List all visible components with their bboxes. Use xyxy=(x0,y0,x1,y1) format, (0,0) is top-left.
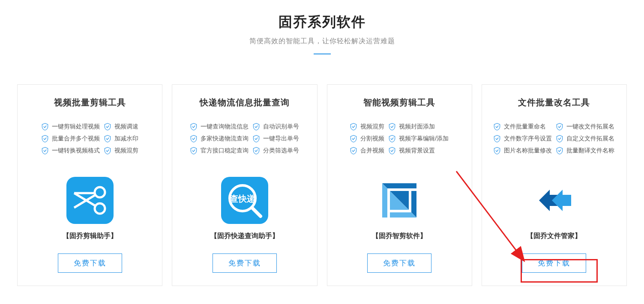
feature-item: 文件数字序号设置 xyxy=(494,135,552,143)
download-button[interactable]: 免费下载 xyxy=(367,253,431,273)
feature-label: 多家快递物流查询 xyxy=(201,135,249,143)
feature-label: 加减水印 xyxy=(114,135,138,143)
feature-item: 一键查询物流信息 xyxy=(190,123,249,131)
double-arrow-icon xyxy=(530,177,578,224)
feature-item: 官方接口稳定查询 xyxy=(190,147,249,155)
feature-label: 一键剪辑处理视频 xyxy=(52,123,100,131)
feature-item: 加减水印 xyxy=(104,135,138,143)
card-title: 视频批量剪辑工具 xyxy=(25,97,154,108)
shield-check-icon xyxy=(350,147,357,155)
product-name: 【固乔剪辑助手】 xyxy=(25,232,154,241)
shield-check-icon xyxy=(389,123,395,131)
shield-check-icon xyxy=(190,123,197,131)
shield-check-icon xyxy=(190,135,197,143)
feature-item: 视频混剪 xyxy=(104,147,138,155)
shield-check-icon xyxy=(494,123,500,131)
feature-label: 一键导出单号 xyxy=(263,135,299,143)
header-divider xyxy=(314,54,331,54)
feature-label: 文件数字序号设置 xyxy=(504,135,552,143)
feature-label: 批量翻译文件名称 xyxy=(566,147,614,155)
express-search-icon: 查快递 xyxy=(221,177,268,224)
feature-label: 一键查询物流信息 xyxy=(201,123,249,131)
feature-item: 文件批量重命名 xyxy=(494,123,552,131)
feature-label: 分割视频 xyxy=(360,135,384,143)
feature-item: 分割视频 xyxy=(350,135,384,143)
feature-item: 一键转换视频格式 xyxy=(42,147,100,155)
download-button[interactable]: 免费下载 xyxy=(213,253,277,273)
feature-label: 合并视频 xyxy=(360,147,384,155)
shield-check-icon xyxy=(556,147,563,155)
feature-label: 一键改文件拓展名 xyxy=(566,123,614,131)
feature-label: 视频混剪 xyxy=(114,147,138,155)
feature-label: 图片名称批量修改 xyxy=(504,147,552,155)
download-button[interactable]: 免费下载 xyxy=(58,253,122,273)
product-name: 【固乔智剪软件】 xyxy=(335,232,464,241)
feature-item: 一键剪辑处理视频 xyxy=(42,123,100,131)
feature-label: 分类筛选单号 xyxy=(263,147,299,155)
shield-check-icon xyxy=(556,135,563,143)
feature-label: 视频封面添加 xyxy=(399,123,435,131)
product-name: 【固乔文件管家】 xyxy=(490,232,619,241)
svg-marker-16 xyxy=(552,190,571,211)
scissors-icon xyxy=(66,177,114,224)
crop-icon xyxy=(376,177,423,224)
shield-check-icon xyxy=(104,135,111,143)
feature-item: 视频调速 xyxy=(104,123,138,131)
card-title: 智能视频剪辑工具 xyxy=(335,97,464,108)
shield-check-icon xyxy=(350,123,357,131)
svg-rect-0 xyxy=(66,177,114,224)
feature-item: 视频封面添加 xyxy=(389,123,449,131)
feature-label: 文件批量重命名 xyxy=(504,123,546,131)
card-video-editor: 视频批量剪辑工具 一键剪辑处理视频 批量合并多个视频 一键转换视频格式 视频调速… xyxy=(17,84,162,286)
feature-item: 视频字幕编辑/添加 xyxy=(389,135,449,143)
shield-check-icon xyxy=(389,135,395,143)
card-row: 视频批量剪辑工具 一键剪辑处理视频 批量合并多个视频 一键转换视频格式 视频调速… xyxy=(13,84,631,286)
feature-item: 分类筛选单号 xyxy=(253,147,299,155)
page-title: 固乔系列软件 xyxy=(13,13,631,32)
feature-label: 视频调速 xyxy=(114,123,138,131)
svg-text:查快递: 查快递 xyxy=(229,194,255,203)
feature-item: 批量合并多个视频 xyxy=(42,135,100,143)
shield-check-icon xyxy=(494,147,500,155)
page-subtitle: 简便高效的智能工具，让你轻松解决运营难题 xyxy=(13,37,631,46)
shield-check-icon xyxy=(190,147,197,155)
feature-label: 视频混剪 xyxy=(360,123,384,131)
page-header: 固乔系列软件 简便高效的智能工具，让你轻松解决运营难题 xyxy=(13,13,631,54)
shield-check-icon xyxy=(494,135,500,143)
shield-check-icon xyxy=(350,135,357,143)
feature-label: 批量合并多个视频 xyxy=(52,135,100,143)
feature-item: 批量翻译文件名称 xyxy=(556,147,614,155)
feature-item: 合并视频 xyxy=(350,147,384,155)
shield-check-icon xyxy=(104,147,111,155)
shield-check-icon xyxy=(389,147,395,155)
shield-check-icon xyxy=(253,135,260,143)
card-title: 快递物流信息批量查询 xyxy=(180,97,309,108)
feature-item: 自定义文件拓展名 xyxy=(556,135,614,143)
feature-item: 一键改文件拓展名 xyxy=(556,123,614,131)
feature-label: 一键转换视频格式 xyxy=(52,147,100,155)
feature-label: 官方接口稳定查询 xyxy=(201,147,249,155)
card-file-rename: 文件批量改名工具 文件批量重命名 文件数字序号设置 图片名称批量修改 一键改文件… xyxy=(482,84,627,286)
product-name: 【固乔快递查询助手】 xyxy=(180,232,309,241)
feature-item: 多家快递物流查询 xyxy=(190,135,249,143)
card-title: 文件批量改名工具 xyxy=(490,97,619,108)
shield-check-icon xyxy=(104,123,111,131)
feature-item: 视频混剪 xyxy=(350,123,384,131)
card-express-query: 快递物流信息批量查询 一键查询物流信息 多家快递物流查询 官方接口稳定查询 自动… xyxy=(172,84,317,286)
feature-item: 自动识别单号 xyxy=(253,123,299,131)
feature-item: 一键导出单号 xyxy=(253,135,299,143)
download-button[interactable]: 免费下载 xyxy=(522,253,586,273)
shield-check-icon xyxy=(253,123,260,131)
feature-label: 自动识别单号 xyxy=(263,123,299,131)
feature-item: 视频背景设置 xyxy=(389,147,449,155)
feature-label: 视频背景设置 xyxy=(399,147,435,155)
shield-check-icon xyxy=(42,135,48,143)
card-smart-editor: 智能视频剪辑工具 视频混剪 分割视频 合并视频 视频封面添加 视频字幕编辑/添加… xyxy=(327,84,472,286)
feature-label: 自定义文件拓展名 xyxy=(566,135,614,143)
shield-check-icon xyxy=(42,123,48,131)
shield-check-icon xyxy=(556,123,563,131)
shield-check-icon xyxy=(42,147,48,155)
feature-label: 视频字幕编辑/添加 xyxy=(399,135,449,143)
shield-check-icon xyxy=(253,147,260,155)
feature-item: 图片名称批量修改 xyxy=(494,147,552,155)
